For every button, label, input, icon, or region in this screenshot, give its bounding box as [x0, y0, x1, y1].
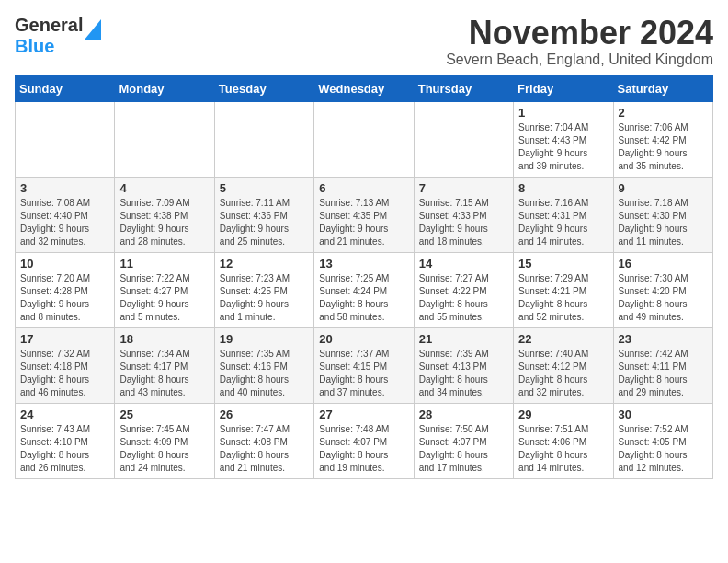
- day-detail: Sunrise: 7:34 AM Sunset: 4:17 PM Dayligh…: [119, 348, 209, 399]
- day-detail: Sunrise: 7:25 AM Sunset: 4:24 PM Dayligh…: [319, 272, 408, 324]
- day-detail: Sunrise: 7:45 AM Sunset: 4:09 PM Dayligh…: [119, 423, 209, 475]
- day-detail: Sunrise: 7:27 AM Sunset: 4:22 PM Dayligh…: [419, 272, 508, 324]
- day-number: 12: [220, 257, 309, 270]
- day-number: 20: [319, 332, 408, 346]
- month-title: November 2024: [446, 15, 713, 52]
- day-cell: 12Sunrise: 7:23 AM Sunset: 4:25 PM Dayli…: [214, 252, 313, 327]
- calendar-body: 1Sunrise: 7:04 AM Sunset: 4:43 PM Daylig…: [16, 101, 713, 478]
- day-number: 2: [619, 106, 708, 120]
- day-cell: 23Sunrise: 7:42 AM Sunset: 4:11 PM Dayli…: [613, 327, 712, 403]
- day-detail: Sunrise: 7:51 AM Sunset: 4:06 PM Dayligh…: [518, 423, 608, 475]
- day-detail: Sunrise: 7:35 AM Sunset: 4:16 PM Dayligh…: [220, 348, 309, 399]
- day-cell: 4Sunrise: 7:09 AM Sunset: 4:38 PM Daylig…: [115, 177, 214, 252]
- day-number: 6: [319, 181, 408, 195]
- day-cell: 20Sunrise: 7:37 AM Sunset: 4:15 PM Dayli…: [314, 327, 414, 403]
- day-cell: 3Sunrise: 7:08 AM Sunset: 4:40 PM Daylig…: [16, 177, 115, 252]
- day-number: 5: [220, 181, 309, 195]
- day-cell: 21Sunrise: 7:39 AM Sunset: 4:13 PM Dayli…: [414, 327, 513, 403]
- day-detail: Sunrise: 7:48 AM Sunset: 4:07 PM Dayligh…: [319, 423, 408, 475]
- header-cell-friday: Friday: [514, 75, 613, 101]
- day-cell: 11Sunrise: 7:22 AM Sunset: 4:27 PM Dayli…: [115, 252, 214, 327]
- day-number: 8: [518, 181, 608, 195]
- day-cell: [314, 101, 414, 177]
- day-cell: 19Sunrise: 7:35 AM Sunset: 4:16 PM Dayli…: [214, 327, 313, 403]
- day-cell: 25Sunrise: 7:45 AM Sunset: 4:09 PM Dayli…: [115, 403, 214, 478]
- day-cell: 27Sunrise: 7:48 AM Sunset: 4:07 PM Dayli…: [314, 403, 414, 478]
- day-cell: 2Sunrise: 7:06 AM Sunset: 4:42 PM Daylig…: [613, 101, 712, 177]
- day-cell: 1Sunrise: 7:04 AM Sunset: 4:43 PM Daylig…: [514, 101, 613, 177]
- day-detail: Sunrise: 7:23 AM Sunset: 4:25 PM Dayligh…: [220, 272, 309, 324]
- day-number: 17: [20, 332, 109, 346]
- day-detail: Sunrise: 7:04 AM Sunset: 4:43 PM Dayligh…: [518, 121, 608, 173]
- day-number: 11: [119, 257, 209, 270]
- day-detail: Sunrise: 7:39 AM Sunset: 4:13 PM Dayligh…: [419, 348, 508, 399]
- day-cell: 14Sunrise: 7:27 AM Sunset: 4:22 PM Dayli…: [414, 252, 513, 327]
- week-row-1: 1Sunrise: 7:04 AM Sunset: 4:43 PM Daylig…: [16, 101, 713, 177]
- day-number: 15: [518, 257, 608, 270]
- day-number: 28: [419, 408, 508, 421]
- day-detail: Sunrise: 7:40 AM Sunset: 4:12 PM Dayligh…: [518, 348, 608, 399]
- header-cell-tuesday: Tuesday: [214, 75, 313, 101]
- calendar-table: SundayMondayTuesdayWednesdayThursdayFrid…: [15, 75, 713, 479]
- day-detail: Sunrise: 7:29 AM Sunset: 4:21 PM Dayligh…: [518, 272, 608, 324]
- day-number: 19: [220, 332, 309, 346]
- day-number: 25: [119, 408, 209, 421]
- day-detail: Sunrise: 7:06 AM Sunset: 4:42 PM Dayligh…: [619, 121, 708, 173]
- day-detail: Sunrise: 7:09 AM Sunset: 4:38 PM Dayligh…: [119, 197, 209, 248]
- logo-line2: Blue: [15, 36, 83, 57]
- day-cell: [214, 101, 313, 177]
- day-cell: 28Sunrise: 7:50 AM Sunset: 4:07 PM Dayli…: [414, 403, 513, 478]
- day-cell: 26Sunrise: 7:47 AM Sunset: 4:08 PM Dayli…: [214, 403, 313, 478]
- day-detail: Sunrise: 7:22 AM Sunset: 4:27 PM Dayligh…: [119, 272, 209, 324]
- day-number: 24: [20, 408, 109, 421]
- day-detail: Sunrise: 7:32 AM Sunset: 4:18 PM Dayligh…: [20, 348, 109, 399]
- calendar-header-row: SundayMondayTuesdayWednesdayThursdayFrid…: [16, 75, 713, 101]
- day-number: 29: [518, 408, 608, 421]
- day-cell: 7Sunrise: 7:15 AM Sunset: 4:33 PM Daylig…: [414, 177, 513, 252]
- day-detail: Sunrise: 7:11 AM Sunset: 4:36 PM Dayligh…: [220, 197, 309, 248]
- day-number: 30: [619, 408, 708, 421]
- header-cell-monday: Monday: [115, 75, 214, 101]
- day-cell: 10Sunrise: 7:20 AM Sunset: 4:28 PM Dayli…: [16, 252, 115, 327]
- day-number: 4: [119, 181, 209, 195]
- logo: General Blue: [15, 15, 97, 55]
- day-detail: Sunrise: 7:08 AM Sunset: 4:40 PM Dayligh…: [20, 197, 109, 248]
- day-cell: 16Sunrise: 7:30 AM Sunset: 4:20 PM Dayli…: [613, 252, 712, 327]
- day-detail: Sunrise: 7:50 AM Sunset: 4:07 PM Dayligh…: [419, 423, 508, 475]
- day-number: 14: [419, 257, 508, 270]
- day-detail: Sunrise: 7:15 AM Sunset: 4:33 PM Dayligh…: [419, 197, 508, 248]
- day-number: 16: [619, 257, 708, 270]
- week-row-5: 24Sunrise: 7:43 AM Sunset: 4:10 PM Dayli…: [16, 403, 713, 478]
- day-number: 21: [419, 332, 508, 346]
- day-number: 7: [419, 181, 508, 195]
- day-cell: 13Sunrise: 7:25 AM Sunset: 4:24 PM Dayli…: [314, 252, 414, 327]
- day-number: 1: [518, 106, 608, 120]
- day-cell: [16, 101, 115, 177]
- day-number: 13: [319, 257, 408, 270]
- day-detail: Sunrise: 7:20 AM Sunset: 4:28 PM Dayligh…: [20, 272, 109, 324]
- day-number: 3: [20, 181, 109, 195]
- day-cell: 30Sunrise: 7:52 AM Sunset: 4:05 PM Dayli…: [613, 403, 712, 478]
- header-cell-sunday: Sunday: [16, 75, 115, 101]
- header: General Blue November 2024 Severn Beach,…: [15, 15, 713, 68]
- day-cell: 17Sunrise: 7:32 AM Sunset: 4:18 PM Dayli…: [16, 327, 115, 403]
- day-number: 22: [518, 332, 608, 346]
- day-cell: 9Sunrise: 7:18 AM Sunset: 4:30 PM Daylig…: [613, 177, 712, 252]
- svg-marker-0: [85, 19, 101, 40]
- day-cell: 29Sunrise: 7:51 AM Sunset: 4:06 PM Dayli…: [514, 403, 613, 478]
- day-number: 18: [119, 332, 209, 346]
- day-cell: 5Sunrise: 7:11 AM Sunset: 4:36 PM Daylig…: [214, 177, 313, 252]
- header-cell-wednesday: Wednesday: [314, 75, 414, 101]
- day-cell: [115, 101, 214, 177]
- week-row-2: 3Sunrise: 7:08 AM Sunset: 4:40 PM Daylig…: [16, 177, 713, 252]
- header-cell-saturday: Saturday: [613, 75, 712, 101]
- day-detail: Sunrise: 7:30 AM Sunset: 4:20 PM Dayligh…: [619, 272, 708, 324]
- day-cell: 22Sunrise: 7:40 AM Sunset: 4:12 PM Dayli…: [514, 327, 613, 403]
- title-area: November 2024 Severn Beach, England, Uni…: [446, 15, 713, 68]
- header-cell-thursday: Thursday: [414, 75, 513, 101]
- day-number: 27: [319, 408, 408, 421]
- day-cell: 24Sunrise: 7:43 AM Sunset: 4:10 PM Dayli…: [16, 403, 115, 478]
- day-detail: Sunrise: 7:18 AM Sunset: 4:30 PM Dayligh…: [619, 197, 708, 248]
- day-detail: Sunrise: 7:52 AM Sunset: 4:05 PM Dayligh…: [619, 423, 708, 475]
- week-row-3: 10Sunrise: 7:20 AM Sunset: 4:28 PM Dayli…: [16, 252, 713, 327]
